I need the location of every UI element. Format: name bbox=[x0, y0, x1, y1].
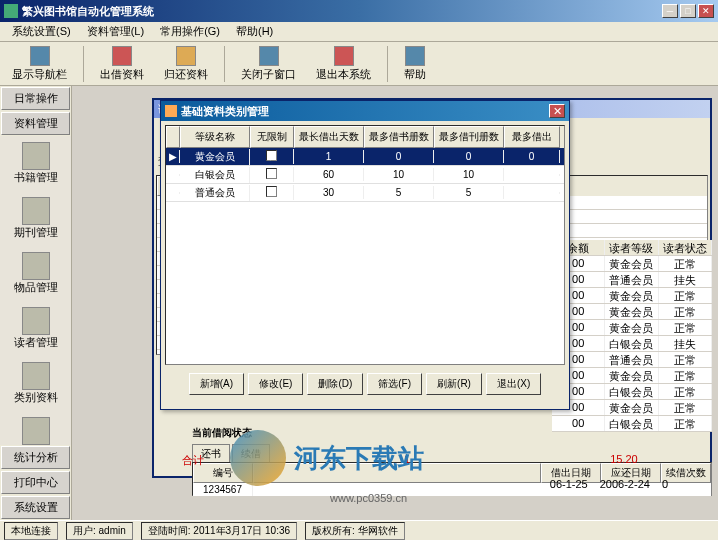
return-button[interactable]: 归还资料 bbox=[158, 44, 214, 84]
table-row[interactable]: 00普通会员挂失 bbox=[552, 272, 712, 288]
category-icon bbox=[22, 362, 50, 390]
watermark-text: 河东下载站 bbox=[294, 441, 424, 476]
checkbox[interactable] bbox=[266, 168, 277, 179]
btn-edit[interactable]: 修改(E) bbox=[248, 373, 303, 395]
table-row[interactable]: ▶黄金会员1000 bbox=[166, 148, 564, 166]
help-icon bbox=[405, 46, 425, 66]
offshelf-icon bbox=[22, 417, 50, 445]
close-child-icon bbox=[259, 46, 279, 66]
col-maxbooks[interactable]: 最多借书册数 bbox=[364, 126, 434, 148]
sidebar-group-daily[interactable]: 日常操作 bbox=[1, 87, 70, 110]
table-row[interactable]: 00黄金会员正常 bbox=[552, 320, 712, 336]
sidebar-categories[interactable]: 类别资料 bbox=[0, 356, 71, 411]
sidebar-items[interactable]: 物品管理 bbox=[0, 246, 71, 301]
table-row[interactable]: 00白银会员挂失 bbox=[552, 336, 712, 352]
btn-exit[interactable]: 退出(X) bbox=[486, 373, 541, 395]
periodical-icon bbox=[22, 197, 50, 225]
app-title: 繁兴图书馆自动化管理系统 bbox=[22, 4, 662, 19]
readers-icon bbox=[22, 307, 50, 335]
status-conn: 本地连接 bbox=[4, 522, 58, 540]
col-renewcount: 续借次数 bbox=[661, 463, 711, 483]
checkbox[interactable] bbox=[266, 186, 277, 197]
btn-delete[interactable]: 删除(D) bbox=[307, 373, 363, 395]
sidebar-offshelf[interactable]: 资料下架管理 bbox=[0, 411, 71, 445]
exit-button[interactable]: 退出本系统 bbox=[310, 44, 377, 84]
menu-help[interactable]: 帮助(H) bbox=[228, 22, 281, 41]
sidebar-periodicals[interactable]: 期刊管理 bbox=[0, 191, 71, 246]
sidebar-books[interactable]: 书籍管理 bbox=[0, 136, 71, 191]
sidebar-settings[interactable]: 系统设置 bbox=[1, 496, 70, 519]
main-toolbar: 显示导航栏 出借资料 归还资料 关闭子窗口 退出本系统 帮助 bbox=[0, 42, 718, 86]
modal-close-button[interactable]: ✕ bbox=[549, 104, 565, 118]
status-time: 登陆时间: 2011年3月17日 10:36 bbox=[141, 522, 297, 540]
exit-icon bbox=[334, 46, 354, 66]
maximize-button[interactable]: □ bbox=[680, 4, 696, 18]
close-child-button[interactable]: 关闭子窗口 bbox=[235, 44, 302, 84]
main-titlebar: 繁兴图书馆自动化管理系统 ─ □ ✕ bbox=[0, 0, 718, 22]
table-row[interactable]: 白银会员601010 bbox=[166, 166, 564, 184]
status-user: 用户: admin bbox=[66, 522, 133, 540]
table-row[interactable]: 00黄金会员正常 bbox=[552, 304, 712, 320]
items-icon bbox=[22, 252, 50, 280]
sidebar-print[interactable]: 打印中心 bbox=[1, 471, 70, 494]
watermark-url: www.pc0359.cn bbox=[330, 492, 407, 504]
modal-icon bbox=[165, 105, 177, 117]
help-button[interactable]: 帮助 bbox=[398, 44, 432, 84]
reader-detail-table: 余额 读者等级 读者状态 00黄金会员正常00普通会员挂失00黄金会员正常00黄… bbox=[552, 240, 712, 432]
col-level-name[interactable]: 等级名称 bbox=[180, 126, 250, 148]
sidebar-stats[interactable]: 统计分析 bbox=[1, 446, 70, 469]
sidebar-group-data[interactable]: 资料管理 bbox=[1, 112, 70, 135]
table-row[interactable]: 普通会员3055 bbox=[166, 184, 564, 202]
btn-refresh[interactable]: 刷新(R) bbox=[426, 373, 482, 395]
lend-icon bbox=[112, 46, 132, 66]
table-row[interactable]: 00黄金会员正常 bbox=[552, 256, 712, 272]
total-label: 合计 bbox=[182, 453, 204, 468]
menubar: 系统设置(S) 资料管理(L) 常用操作(G) 帮助(H) bbox=[0, 22, 718, 42]
btn-add[interactable]: 新增(A) bbox=[189, 373, 244, 395]
col-maxdays[interactable]: 最长借出天数 bbox=[294, 126, 364, 148]
statusbar: 本地连接 用户: admin 登陆时间: 2011年3月17日 10:36 版权… bbox=[0, 520, 718, 540]
app-icon bbox=[4, 4, 18, 18]
menu-system[interactable]: 系统设置(S) bbox=[4, 22, 79, 41]
sidebar-readers[interactable]: 读者管理 bbox=[0, 301, 71, 356]
table-row[interactable]: 00黄金会员正常 bbox=[552, 400, 712, 416]
checkbox[interactable] bbox=[266, 150, 277, 161]
category-modal: 基础资料类别管理 ✕ 等级名称 无限制 最长借出天数 最多借书册数 最多借刊册数… bbox=[160, 100, 570, 410]
return-icon bbox=[176, 46, 196, 66]
lend-button[interactable]: 出借资料 bbox=[94, 44, 150, 84]
menu-data[interactable]: 资料管理(L) bbox=[79, 22, 152, 41]
btn-filter[interactable]: 筛选(F) bbox=[367, 373, 422, 395]
nav-icon bbox=[30, 46, 50, 66]
col-status: 读者状态 bbox=[659, 240, 712, 255]
books-icon bbox=[22, 142, 50, 170]
col-level: 读者等级 bbox=[605, 240, 658, 255]
modal-title: 基础资料类别管理 bbox=[181, 104, 549, 119]
table-row[interactable]: 00黄金会员正常 bbox=[552, 288, 712, 304]
col-unlimited[interactable]: 无限制 bbox=[250, 126, 294, 148]
watermark-logo-icon bbox=[230, 430, 286, 486]
col-maxmags[interactable]: 最多借刊册数 bbox=[434, 126, 504, 148]
table-row[interactable]: 00白银会员正常 bbox=[552, 384, 712, 400]
nav-toggle-button[interactable]: 显示导航栏 bbox=[6, 44, 73, 84]
watermark: 河东下载站 bbox=[230, 430, 424, 486]
menu-ops[interactable]: 常用操作(G) bbox=[152, 22, 228, 41]
close-button[interactable]: ✕ bbox=[698, 4, 714, 18]
table-row[interactable]: 00黄金会员正常 bbox=[552, 368, 712, 384]
minimize-button[interactable]: ─ bbox=[662, 4, 678, 18]
sidebar: 日常操作 资料管理 书籍管理 期刊管理 物品管理 读者管理 类别资料 资料下架管… bbox=[0, 86, 72, 520]
status-copy: 版权所有: 华网软件 bbox=[305, 522, 405, 540]
col-maxout[interactable]: 最多借出 bbox=[504, 126, 560, 148]
table-row[interactable]: 00白银会员正常 bbox=[552, 416, 712, 432]
table-row[interactable]: 00普通会员正常 bbox=[552, 352, 712, 368]
